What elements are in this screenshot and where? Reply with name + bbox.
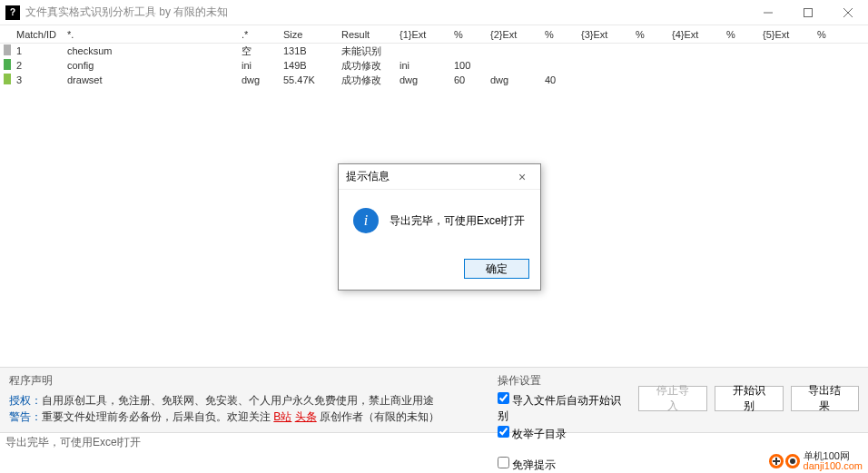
col-name[interactable]: *. (64, 29, 242, 40)
chk-no-alert[interactable]: 免弹提示 (498, 457, 631, 473)
cell-ext2: dwg (490, 74, 545, 85)
notice-panel: 程序声明 授权：自用原创工具，免注册、免联网、免安装、个人用户永久免费使用，禁止… (9, 373, 487, 427)
col-ext[interactable]: .* (242, 29, 283, 40)
watermark-url: danji100.com (804, 461, 863, 471)
link-bilibili[interactable]: B站 (273, 410, 291, 423)
notice-warn-label: 警告： (9, 410, 42, 423)
grid-header: Match/ID *. .* Size Result {1}Ext % {2}E… (0, 25, 868, 44)
cell-id: 3 (13, 74, 64, 85)
dialog-ok-button[interactable]: 确定 (464, 259, 529, 279)
dialog-title: 提示信息 (346, 169, 511, 184)
cell-size: 55.47K (283, 74, 341, 85)
link-toutiao[interactable]: 头条 (295, 410, 317, 423)
col-pct3[interactable]: % (636, 29, 672, 40)
col-pct4[interactable]: % (726, 29, 763, 40)
info-dialog: 提示信息 × i 导出完毕，可使用Excel打开 确定 (338, 163, 541, 291)
col-ext3[interactable]: {3}Ext (581, 29, 636, 40)
info-icon: i (353, 208, 379, 233)
col-pct5[interactable]: % (817, 29, 853, 40)
cell-ext: ini (242, 60, 283, 71)
col-pct2[interactable]: % (545, 29, 581, 40)
col-ext5[interactable]: {5}Ext (763, 29, 817, 40)
table-row[interactable]: 1checksum空131B未能识别 (0, 44, 868, 58)
minimize-button[interactable] (748, 0, 788, 25)
chk-auto-recognize[interactable]: 导入文件后自动开始识别 (498, 392, 631, 424)
start-recognize-button[interactable]: 开始识别 (715, 386, 784, 411)
maximize-button[interactable] (788, 0, 828, 25)
table-row[interactable]: 2configini149B成功修改ini100 (0, 58, 868, 73)
export-result-button[interactable]: 导出结果 (791, 386, 860, 411)
cell-id: 1 (13, 45, 64, 56)
cell-pct2: 40 (545, 74, 581, 85)
dialog-message: 导出完毕，可使用Excel打开 (390, 213, 525, 229)
match-indicator (4, 59, 11, 70)
cell-ext1: dwg (399, 74, 454, 85)
svg-rect-1 (804, 8, 813, 16)
watermark: 单机100网 danji100.com (769, 451, 863, 471)
cell-result: 未能识别 (341, 44, 399, 58)
cell-name: drawset (64, 74, 242, 85)
match-indicator (4, 44, 11, 55)
cell-id: 2 (13, 60, 64, 71)
col-ext1[interactable]: {1}Ext (399, 29, 454, 40)
col-size[interactable]: Size (283, 29, 341, 40)
col-match-id[interactable]: Match/ID (13, 29, 64, 40)
cell-result: 成功修改 (341, 74, 399, 87)
match-indicator (4, 74, 11, 84)
chk-enum-subdir[interactable]: 枚举子目录 (498, 426, 631, 442)
cell-result: 成功修改 (341, 59, 399, 73)
dialog-close-button[interactable]: × (511, 170, 533, 184)
notice-auth-text: 自用原创工具，免注册、免联网、免安装、个人用户永久免费使用，禁止商业用途 (42, 394, 434, 407)
titlebar: ? 文件真实格式识别分析工具 by 有限的未知 (0, 0, 868, 25)
notice-title: 程序声明 (9, 373, 487, 389)
window-title: 文件真实格式识别分析工具 by 有限的未知 (25, 5, 748, 20)
bottom-panel: 程序声明 授权：自用原创工具，免注册、免联网、免安装、个人用户永久免费使用，禁止… (0, 367, 868, 432)
app-icon: ? (5, 5, 20, 20)
statusbar: 导出完毕，可使用Excel打开 (0, 432, 868, 452)
close-button[interactable] (828, 0, 868, 25)
cell-name: config (64, 60, 242, 71)
col-pct1[interactable]: % (454, 29, 490, 40)
table-row[interactable]: 3drawsetdwg55.47K成功修改dwg60dwg40 (0, 73, 868, 87)
col-ext2[interactable]: {2}Ext (490, 29, 545, 40)
stop-import-button[interactable]: 停止导入 (638, 386, 707, 411)
cell-pct1: 60 (454, 74, 490, 85)
watermark-icon (769, 454, 800, 468)
notice-author: 原创作者（有限的未知） (317, 410, 439, 423)
notice-follow: 欢迎关注 (227, 410, 273, 423)
notice-warn-text: 重要文件处理前务必备份，后果自负。 (42, 410, 227, 423)
cell-size: 131B (283, 45, 341, 56)
ops-title: 操作设置 (498, 373, 631, 389)
notice-auth-label: 授权： (9, 394, 42, 407)
cell-ext: dwg (242, 74, 283, 85)
cell-size: 149B (283, 60, 341, 71)
col-ext4[interactable]: {4}Ext (672, 29, 726, 40)
cell-ext1: ini (399, 60, 454, 71)
col-result[interactable]: Result (341, 29, 399, 40)
ops-panel: 操作设置 导入文件后自动开始识别 枚举子目录 免弹提示 停止导入 开始识别 导出… (498, 373, 859, 427)
cell-pct1: 100 (454, 60, 490, 71)
status-text: 导出完毕，可使用Excel打开 (5, 435, 141, 450)
cell-name: checksum (64, 45, 242, 56)
cell-ext: 空 (242, 44, 283, 58)
